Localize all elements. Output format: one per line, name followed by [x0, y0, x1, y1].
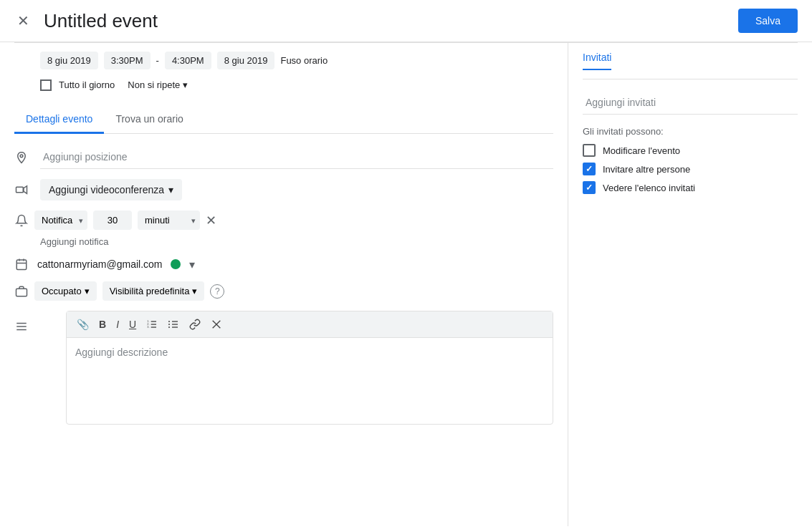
add-notification-link[interactable]: Aggiungi notifica [40, 236, 108, 247]
description-row: 📎 B I U 1. 2. 3. [14, 311, 553, 425]
end-date-chip[interactable]: 8 giu 2019 [217, 52, 275, 69]
link-button[interactable] [185, 316, 205, 333]
svg-point-0 [20, 154, 23, 157]
visibility-select-button[interactable]: Visibilità predefinita ▾ [102, 281, 205, 301]
status-busy-label: Occupato [42, 286, 82, 296]
perm-modify-label: Modificare l'evento [603, 145, 680, 156]
calendar-dropdown-button[interactable]: ▾ [189, 258, 195, 271]
ordered-list-button[interactable]: 1. 2. 3. [142, 316, 162, 333]
perm-row-invite: Invitare altre persone [583, 163, 798, 175]
perm-list-label: Vedere l'elenco invitati [603, 183, 695, 193]
status-select-button[interactable]: Occupato ▾ [34, 281, 97, 301]
unordered-list-button[interactable] [163, 316, 183, 333]
guests-title-divider [583, 79, 798, 79]
timezone-link[interactable]: Fuso orario [280, 55, 328, 66]
location-icon [14, 150, 29, 165]
conference-chevron-icon: ▾ [168, 184, 173, 195]
bell-icon [14, 213, 29, 228]
svg-rect-1 [16, 187, 24, 193]
time-separator: - [156, 55, 159, 66]
description-toolbar: 📎 B I U 1. 2. 3. [67, 311, 553, 338]
start-date-chip[interactable]: 8 giu 2019 [40, 52, 98, 69]
perm-row-list: Vedere l'elenco invitati [583, 181, 798, 194]
notes-icon [14, 319, 29, 334]
allday-label: Tutto il giorno [59, 79, 115, 90]
description-placeholder: Aggiungi descrizione [75, 347, 168, 358]
italic-button[interactable]: I [112, 316, 123, 333]
location-input[interactable] [40, 145, 553, 169]
calendar-row: cattonarmyriam@gmail.com ▾ [14, 257, 553, 271]
svg-rect-7 [16, 289, 27, 296]
conference-dropdown[interactable]: Aggiungi videoconferenza ▾ [40, 179, 182, 200]
svg-text:3.: 3. [147, 325, 149, 329]
tabs-row: Dettagli evento Trova un orario [14, 106, 553, 134]
underline-button[interactable]: U [125, 316, 140, 333]
remove-format-button[interactable] [206, 316, 226, 333]
notification-unit-wrapper: minuti ore giorni settimane [138, 211, 200, 230]
perm-list-checkbox[interactable] [583, 181, 596, 194]
bold-button[interactable]: B [95, 316, 110, 333]
start-time-chip[interactable]: 3:30PM [104, 52, 151, 69]
notification-type-wrapper: Notifica Email [34, 211, 87, 230]
visibility-label: Visibilità predefinita [110, 286, 190, 296]
right-panel: Invitati Gli invitati possono: Modificar… [568, 43, 812, 526]
conference-label: Aggiungi videoconferenza [49, 184, 164, 195]
briefcase-icon [14, 284, 29, 299]
main-layout: 8 giu 2019 3:30PM - 4:30PM 8 giu 2019 Fu… [0, 43, 812, 526]
svg-rect-3 [16, 260, 27, 270]
attach-button[interactable]: 📎 [72, 316, 93, 333]
allday-checkbox[interactable] [40, 79, 52, 91]
calendar-email: cattonarmyriam@gmail.com [37, 258, 162, 270]
perm-invite-checkbox[interactable] [583, 163, 596, 175]
repeat-dropdown[interactable]: Non si ripete ▾ [122, 77, 194, 93]
notification-type-select[interactable]: Notifica Email [34, 211, 87, 230]
save-button[interactable]: Salva [738, 9, 798, 33]
top-bar: ✕ Salva [0, 0, 812, 42]
notification-clear-button[interactable]: ✕ [206, 213, 216, 228]
tab-find-time[interactable]: Trova un orario [104, 106, 194, 134]
left-panel: 8 giu 2019 3:30PM - 4:30PM 8 giu 2019 Fu… [0, 43, 568, 526]
video-icon [14, 183, 29, 197]
conference-row: Aggiungi videoconferenza ▾ [14, 179, 553, 200]
event-title-input[interactable] [44, 10, 727, 32]
perm-row-modify: Modificare l'evento [583, 144, 798, 157]
guests-input[interactable] [583, 91, 798, 115]
visibility-chevron-icon: ▾ [192, 286, 197, 296]
repeat-chevron-icon: ▾ [183, 79, 188, 90]
calendar-color-dot [171, 259, 181, 269]
status-row: Occupato ▾ Visibilità predefinita ▾ ? [14, 281, 553, 301]
help-icon[interactable]: ? [210, 284, 224, 299]
svg-marker-2 [24, 186, 27, 194]
allday-row: Tutto il giorno Non si ripete ▾ [40, 77, 553, 93]
notification-value-input[interactable] [93, 211, 132, 230]
guests-can-label: Gli invitati possono: [583, 126, 798, 137]
datetime-row: 8 giu 2019 3:30PM - 4:30PM 8 giu 2019 Fu… [40, 52, 553, 69]
guests-title: Invitati [583, 52, 798, 79]
notification-row: Notifica Email minuti ore giorni settima… [14, 211, 553, 230]
svg-point-21 [168, 321, 170, 322]
location-row [14, 145, 553, 169]
notification-unit-select[interactable]: minuti ore giorni settimane [138, 211, 200, 230]
end-time-chip[interactable]: 4:30PM [165, 52, 211, 69]
close-button[interactable]: ✕ [14, 9, 32, 32]
calendar-icon [14, 257, 29, 271]
guests-section-title: Invitati [583, 52, 611, 70]
repeat-label: Non si ripete [128, 79, 180, 90]
description-textarea[interactable]: Aggiungi descrizione [67, 338, 553, 424]
svg-point-22 [168, 324, 170, 325]
perm-modify-checkbox[interactable] [583, 144, 596, 157]
perm-invite-label: Invitare altre persone [603, 164, 690, 175]
tab-details[interactable]: Dettagli evento [14, 106, 104, 134]
description-editor: 📎 B I U 1. 2. 3. [66, 311, 553, 425]
svg-point-23 [168, 327, 170, 328]
status-chevron-icon: ▾ [85, 286, 90, 296]
